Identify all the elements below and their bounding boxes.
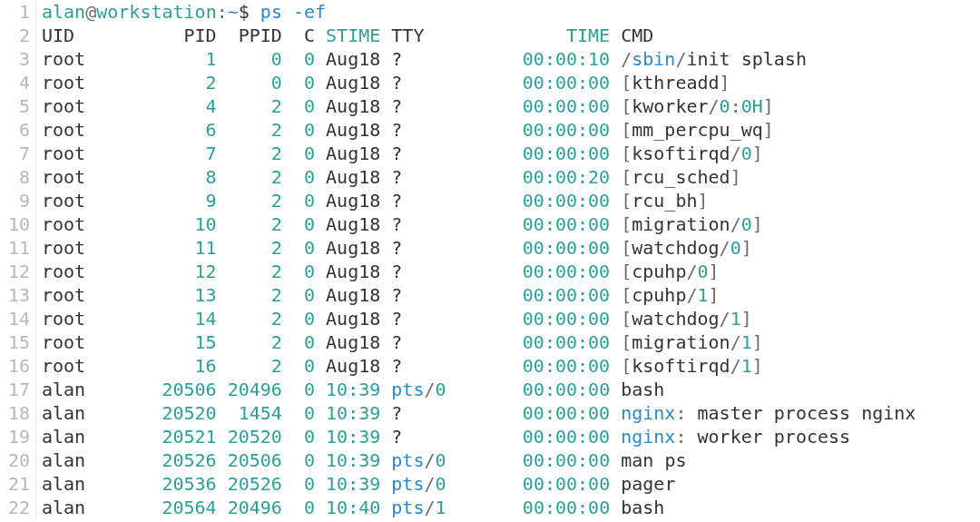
- line-number: 10: [0, 212, 30, 236]
- ps-row: root 12 2 0 Aug18 ? 00:00:00 [cpuhp/0]: [42, 260, 980, 283]
- cell-uid: root: [42, 190, 129, 212]
- cell-ppid: 2: [217, 190, 282, 212]
- line-number: 18: [0, 401, 30, 425]
- cell-cmd: bash: [621, 497, 664, 518]
- prompt-line: alan@workstation:~$ ps -ef: [42, 0, 980, 24]
- cell-stime: Aug18: [326, 143, 391, 164]
- cell-ppid: 2: [217, 119, 282, 141]
- cell-uid: root: [42, 213, 129, 235]
- cell-c: 0: [282, 284, 326, 306]
- cell-cmd: [cpuhp/0]: [621, 261, 719, 282]
- line-number: 21: [0, 472, 30, 496]
- cell-cmd: man ps: [621, 449, 686, 471]
- cell-stime: 10:40: [326, 497, 391, 518]
- cell-c: 0: [282, 379, 326, 400]
- cell-cmd: [ksoftirqd/1]: [621, 355, 763, 377]
- cell-stime: Aug18: [326, 166, 391, 188]
- cell-pid: 2: [129, 72, 216, 94]
- cell-ppid: 20496: [217, 379, 282, 400]
- hdr-ppid: PPID: [217, 25, 282, 46]
- cell-pid: 6: [129, 119, 216, 141]
- cell-time: 00:00:00: [490, 308, 622, 330]
- cell-ppid: 20520: [217, 426, 282, 448]
- cell-ppid: 2: [217, 143, 282, 164]
- cell-c: 0: [282, 426, 326, 448]
- cell-cmd: [migration/0]: [621, 213, 763, 235]
- cell-cmd: [kworker/0:0H]: [621, 95, 774, 117]
- cell-pid: 20521: [129, 426, 216, 448]
- cell-stime: Aug18: [326, 308, 391, 330]
- ps-row: root 15 2 0 Aug18 ? 00:00:00 [migration/…: [42, 330, 980, 354]
- cell-time: 00:00:00: [490, 355, 622, 377]
- cell-tty: pts/0: [391, 449, 489, 471]
- cell-stime: Aug18: [326, 355, 391, 377]
- cell-pid: 20506: [129, 379, 216, 400]
- cell-pid: 20520: [129, 402, 216, 424]
- cell-time: 00:00:00: [490, 190, 622, 212]
- ps-row: root 1 0 0 Aug18 ? 00:00:10 /sbin/init s…: [42, 47, 980, 71]
- cell-uid: alan: [42, 379, 129, 400]
- line-number: 4: [0, 71, 30, 94]
- cell-uid: alan: [42, 426, 129, 448]
- cell-stime: 10:39: [326, 426, 391, 448]
- cell-cmd: pager: [621, 473, 675, 495]
- cell-pid: 4: [129, 95, 216, 117]
- cell-time: 00:00:00: [490, 379, 622, 400]
- cell-cmd: nginx: worker process: [621, 426, 850, 448]
- cell-tty: ?: [391, 426, 489, 448]
- terminal-output: alan@workstation:~$ ps -efUID PID PPID C…: [36, 0, 980, 519]
- hdr-stime: STIME: [326, 25, 391, 46]
- cell-c: 0: [282, 355, 326, 377]
- cell-time: 00:00:20: [490, 166, 622, 188]
- cell-pid: 12: [129, 261, 216, 282]
- cell-cmd: [watchdog/0]: [621, 237, 752, 259]
- cell-ppid: 2: [217, 355, 282, 377]
- ps-row: alan 20506 20496 0 10:39 pts/0 00:00:00 …: [42, 378, 980, 401]
- ps-row: root 6 2 0 Aug18 ? 00:00:00 [mm_percpu_w…: [42, 118, 980, 142]
- cell-c: 0: [282, 190, 326, 212]
- cell-cmd: [watchdog/1]: [621, 308, 752, 330]
- cell-c: 0: [282, 449, 326, 471]
- line-number: 8: [0, 165, 30, 189]
- cell-ppid: 20526: [217, 473, 282, 495]
- cell-cmd: [kthreadd]: [621, 72, 730, 94]
- ps-row: root 16 2 0 Aug18 ? 00:00:00 [ksoftirqd/…: [42, 354, 980, 378]
- cell-c: 0: [282, 308, 326, 330]
- cell-uid: root: [42, 143, 129, 164]
- cell-time: 00:00:00: [490, 449, 622, 471]
- cell-ppid: 2: [217, 166, 282, 188]
- cell-stime: Aug18: [326, 72, 391, 94]
- cell-cmd: /sbin/init splash: [621, 48, 807, 70]
- ps-row: alan 20520 1454 0 10:39 ? 00:00:00 nginx…: [42, 401, 980, 425]
- line-number: 6: [0, 118, 30, 142]
- ps-row: root 2 0 0 Aug18 ? 00:00:00 [kthreadd]: [42, 71, 980, 94]
- cell-pid: 16: [129, 355, 216, 377]
- cell-cmd: nginx: master process nginx: [621, 402, 916, 424]
- cell-tty: ?: [391, 48, 489, 70]
- cell-time: 00:00:00: [490, 473, 622, 495]
- hdr-tty: TTY: [391, 25, 489, 46]
- line-number: 19: [0, 425, 30, 448]
- cell-c: 0: [282, 166, 326, 188]
- cell-c: 0: [282, 331, 326, 353]
- prompt-colon: :: [217, 1, 228, 23]
- cell-pid: 20536: [129, 473, 216, 495]
- line-number: 7: [0, 142, 30, 165]
- cell-uid: alan: [42, 449, 129, 471]
- cell-pid: 7: [129, 143, 216, 164]
- line-number: 11: [0, 236, 30, 260]
- cell-c: 0: [282, 48, 326, 70]
- cell-time: 00:00:00: [490, 284, 622, 306]
- ps-row: root 8 2 0 Aug18 ? 00:00:20 [rcu_sched]: [42, 165, 980, 189]
- prompt-at: @: [85, 1, 96, 23]
- ps-row: root 9 2 0 Aug18 ? 00:00:00 [rcu_bh]: [42, 189, 980, 212]
- cell-ppid: 0: [217, 48, 282, 70]
- cell-ppid: 0: [217, 72, 282, 94]
- cell-ppid: 1454: [217, 402, 282, 424]
- cell-time: 00:00:00: [490, 402, 622, 424]
- cell-tty: ?: [391, 166, 489, 188]
- hdr-cmd: CMD: [621, 25, 653, 46]
- cell-tty: ?: [391, 143, 489, 164]
- ps-row: root 13 2 0 Aug18 ? 00:00:00 [cpuhp/1]: [42, 283, 980, 307]
- cell-ppid: 2: [217, 237, 282, 259]
